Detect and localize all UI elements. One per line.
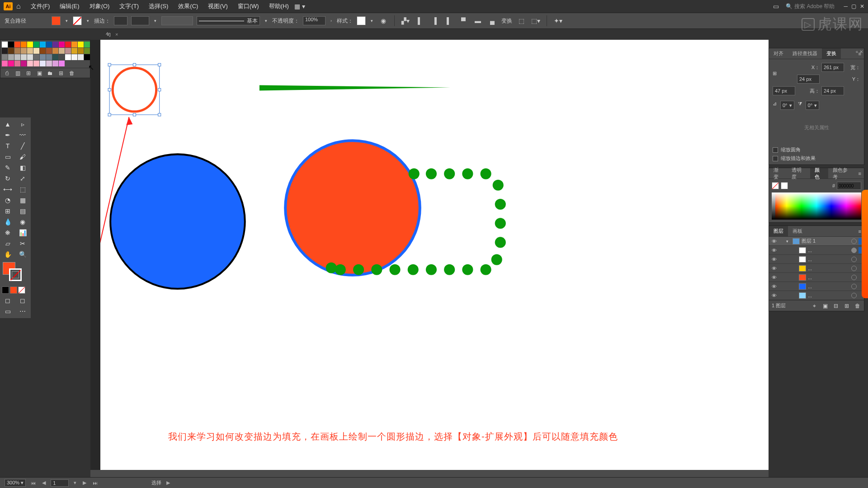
none-mode-icon[interactable]: [18, 286, 25, 294]
swatch-folder-icon[interactable]: 🖿: [47, 70, 54, 77]
visibility-icon[interactable]: 👁: [771, 293, 777, 298]
workspace-icon[interactable]: ▭: [770, 1, 781, 12]
close-icon[interactable]: ✕: [860, 3, 864, 9]
tab-color-guide[interactable]: 颜色参考: [828, 168, 856, 178]
ref-point-icon[interactable]: ⊞: [773, 70, 795, 76]
color-fill-icon[interactable]: [772, 182, 779, 189]
gradient-mode-icon[interactable]: [10, 286, 17, 294]
swatch-opts-icon[interactable]: ⊞: [25, 70, 32, 77]
color-panel-menu-icon[interactable]: ≡: [856, 171, 864, 176]
symbol-tool[interactable]: ❋: [1, 228, 14, 238]
swatch[interactable]: [33, 48, 39, 54]
visibility-icon[interactable]: 👁: [771, 275, 777, 280]
layer-row-top[interactable]: 👁▾图层 1: [769, 237, 864, 246]
swatch[interactable]: [2, 42, 8, 47]
opacity-dd[interactable]: ›: [329, 19, 333, 23]
swatch[interactable]: [46, 42, 52, 47]
perspective-tool[interactable]: ▦: [16, 195, 29, 205]
swatch[interactable]: [52, 54, 58, 60]
line-tool[interactable]: ╱: [16, 141, 29, 151]
swatch[interactable]: [14, 61, 20, 66]
swatch[interactable]: [59, 42, 65, 47]
last-artboard-icon[interactable]: ⏭: [91, 480, 99, 486]
y-value-input[interactable]: 47 px: [773, 86, 795, 95]
w-value-input[interactable]: 24 px: [797, 75, 820, 84]
document-tab[interactable]: 句 ×: [99, 30, 124, 39]
graph-tool[interactable]: 📊: [16, 228, 29, 238]
rectangle-tool[interactable]: ▭: [1, 152, 14, 162]
swatch[interactable]: [8, 48, 14, 54]
doc-tab-close-icon[interactable]: ×: [115, 32, 118, 37]
recolor-icon[interactable]: ◉: [378, 15, 389, 26]
blue-circle[interactable]: [110, 154, 245, 289]
zoom-tool[interactable]: 🔍: [16, 249, 29, 259]
layer-row[interactable]: 👁...: [769, 264, 864, 273]
menu-window[interactable]: 窗口(W): [233, 0, 264, 12]
target-icon[interactable]: [851, 275, 857, 280]
swatch[interactable]: [40, 48, 46, 54]
swatch[interactable]: [84, 48, 90, 54]
scale-tool[interactable]: ⤢: [16, 174, 29, 183]
align-right-icon[interactable]: ▌: [443, 15, 454, 26]
visibility-icon[interactable]: 👁: [771, 257, 777, 262]
x-value-input[interactable]: 261 px: [821, 63, 844, 72]
align-hcenter-icon[interactable]: ▐: [429, 15, 440, 26]
home-icon[interactable]: ⌂: [16, 2, 21, 10]
slice-tool[interactable]: ✂: [16, 239, 29, 249]
crop-icon[interactable]: ⬚▾: [530, 15, 541, 26]
shape-mode-icon[interactable]: ✦▾: [552, 15, 563, 26]
align-doc-icon[interactable]: ▞▾: [400, 15, 411, 26]
menu-view[interactable]: 视图(V): [203, 0, 232, 12]
swatch[interactable]: [71, 42, 77, 47]
swatch[interactable]: [21, 61, 27, 66]
align-left-icon[interactable]: ▌: [415, 15, 425, 26]
shaper-tool[interactable]: ✎: [1, 163, 14, 173]
shape-builder-tool[interactable]: ◔: [1, 195, 14, 205]
visibility-icon[interactable]: 👁: [771, 284, 777, 289]
prev-artboard-icon[interactable]: ◀: [41, 480, 47, 486]
target-icon[interactable]: [851, 257, 857, 262]
swatch[interactable]: [8, 42, 14, 47]
align-bottom-icon[interactable]: ▄: [487, 15, 498, 26]
target-icon[interactable]: [851, 239, 857, 244]
new-sublayer-icon[interactable]: ⊟: [832, 302, 840, 310]
stroke-preset-dd[interactable]: ▾: [264, 19, 269, 23]
hex-input[interactable]: [837, 182, 861, 190]
hand-tool[interactable]: ✋: [1, 249, 14, 259]
swatch[interactable]: [59, 61, 65, 66]
tab-layers[interactable]: 图层: [769, 226, 788, 236]
stroke-color-icon[interactable]: [9, 268, 22, 281]
artboard-tool[interactable]: ▱: [1, 239, 14, 249]
delete-layer-icon[interactable]: 🗑: [854, 302, 861, 310]
stroke-swatch[interactable]: [73, 16, 82, 25]
fill-dropdown[interactable]: ▾: [64, 19, 69, 23]
swatch[interactable]: [65, 42, 71, 47]
swatch[interactable]: [59, 48, 65, 54]
rotate-input[interactable]: 0° ▾: [780, 101, 794, 110]
fill-swatch[interactable]: [52, 16, 61, 25]
first-artboard-icon[interactable]: ⏮: [29, 480, 37, 486]
tab-artboards[interactable]: 画板: [788, 226, 807, 236]
swatch[interactable]: [78, 42, 84, 47]
eyedropper-tool[interactable]: 💧: [1, 217, 14, 227]
shear-input[interactable]: 0° ▾: [806, 101, 820, 110]
tab-transparency[interactable]: 透明度: [787, 168, 810, 178]
swatch[interactable]: [21, 42, 27, 47]
swatch[interactable]: [84, 54, 90, 60]
swatch[interactable]: [2, 61, 8, 66]
gradient-tool[interactable]: ▤: [16, 206, 29, 216]
visibility-icon[interactable]: 👁: [771, 239, 777, 244]
swatch[interactable]: [21, 54, 27, 60]
visibility-icon[interactable]: 👁: [771, 248, 777, 253]
target-icon[interactable]: [851, 266, 857, 271]
mesh-tool[interactable]: ⊞: [1, 206, 14, 216]
color-spectrum[interactable]: [772, 192, 861, 220]
menu-edit[interactable]: 编辑(E): [55, 0, 84, 12]
draw-normal-icon[interactable]: ◻: [1, 296, 14, 305]
swatch[interactable]: [78, 54, 84, 60]
stroke-weight-input[interactable]: [114, 16, 127, 25]
stroke-dropdown[interactable]: ▾: [85, 19, 90, 23]
stroke-profile[interactable]: [131, 16, 149, 25]
swatch[interactable]: [52, 61, 58, 66]
color-mode-icon[interactable]: [2, 286, 9, 294]
